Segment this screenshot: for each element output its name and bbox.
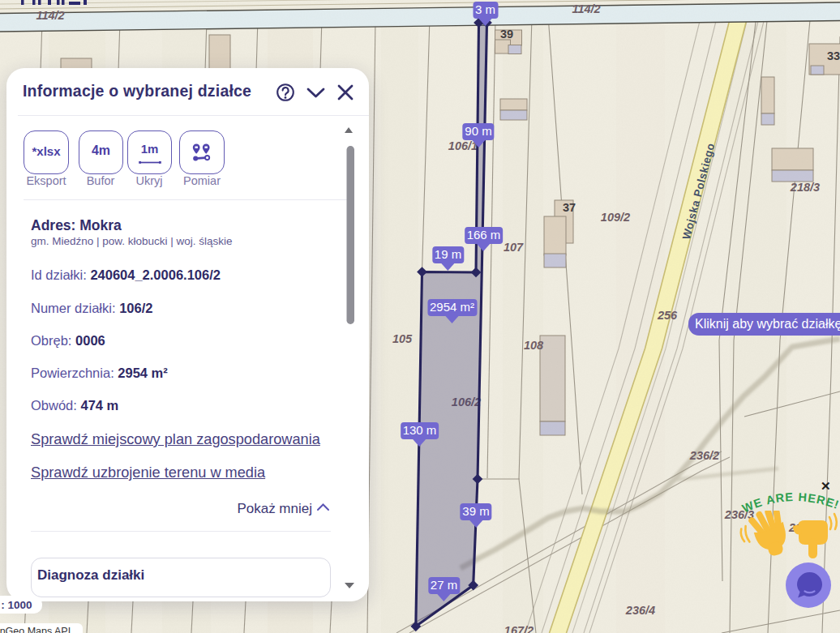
svg-text:✕: ✕ (821, 479, 831, 493)
